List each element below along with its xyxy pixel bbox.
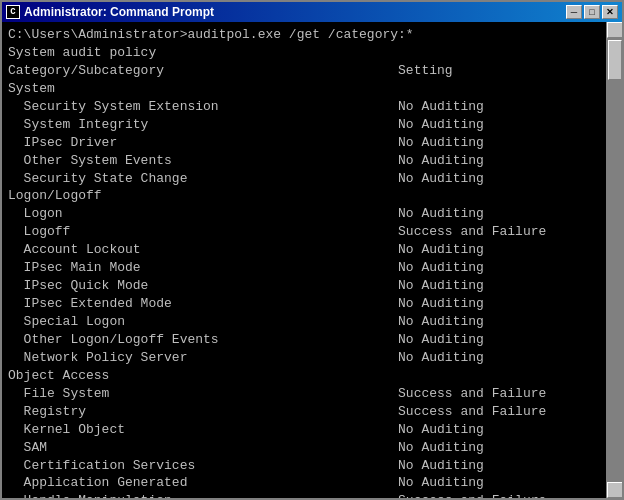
- console-line: IPsec Driver No Auditing: [8, 134, 616, 152]
- console-line: Object Access: [8, 367, 616, 385]
- scrollbar[interactable]: ▲ ▼: [606, 22, 622, 498]
- console-line: Logon No Auditing: [8, 205, 616, 223]
- console-line: File System Success and Failure: [8, 385, 616, 403]
- scroll-down-button[interactable]: ▼: [607, 482, 623, 498]
- console-line: Network Policy Server No Auditing: [8, 349, 616, 367]
- scroll-thumb[interactable]: [608, 40, 622, 80]
- console-line: Security State Change No Auditing: [8, 170, 616, 188]
- console-line: Account Lockout No Auditing: [8, 241, 616, 259]
- console-line: IPsec Extended Mode No Auditing: [8, 295, 616, 313]
- console-line: System: [8, 80, 616, 98]
- window-icon: C: [6, 5, 20, 19]
- console-line: Other System Events No Auditing: [8, 152, 616, 170]
- console-line: IPsec Quick Mode No Auditing: [8, 277, 616, 295]
- console-line: IPsec Main Mode No Auditing: [8, 259, 616, 277]
- close-button[interactable]: ✕: [602, 5, 618, 19]
- scroll-track: [607, 38, 622, 482]
- console-line: Logon/Logoff: [8, 187, 616, 205]
- title-bar-buttons: ─ □ ✕: [566, 5, 618, 19]
- console-line: Certification Services No Auditing: [8, 457, 616, 475]
- console-line: Other Logon/Logoff Events No Auditing: [8, 331, 616, 349]
- title-bar-left: C Administrator: Command Prompt: [6, 5, 214, 19]
- minimize-button[interactable]: ─: [566, 5, 582, 19]
- console-area: C:\Users\Administrator>auditpol.exe /get…: [2, 22, 622, 498]
- console-line: Special Logon No Auditing: [8, 313, 616, 331]
- console-line: Application Generated No Auditing: [8, 474, 616, 492]
- console-output: System audit policyCategory/Subcategory …: [8, 44, 616, 498]
- console-command: C:\Users\Administrator>auditpol.exe /get…: [8, 26, 616, 44]
- maximize-button[interactable]: □: [584, 5, 600, 19]
- console-line: Registry Success and Failure: [8, 403, 616, 421]
- console-line: Logoff Success and Failure: [8, 223, 616, 241]
- console-line: Handle Manipulation Success and Failure: [8, 492, 616, 498]
- console-line: Kernel Object No Auditing: [8, 421, 616, 439]
- console-line: System audit policy: [8, 44, 616, 62]
- console-line: Security System Extension No Auditing: [8, 98, 616, 116]
- window-title: Administrator: Command Prompt: [24, 5, 214, 19]
- console-line: Category/Subcategory Setting: [8, 62, 616, 80]
- title-bar: C Administrator: Command Prompt ─ □ ✕: [2, 2, 622, 22]
- scroll-up-button[interactable]: ▲: [607, 22, 623, 38]
- console-line: SAM No Auditing: [8, 439, 616, 457]
- console-line: System Integrity No Auditing: [8, 116, 616, 134]
- window: C Administrator: Command Prompt ─ □ ✕ C:…: [0, 0, 624, 500]
